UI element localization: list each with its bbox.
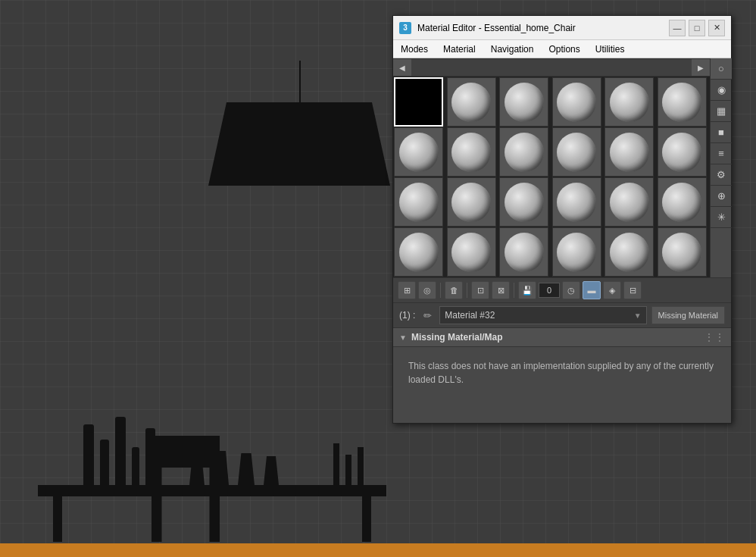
material-sphere-1 <box>451 83 491 122</box>
minimize-button[interactable]: — <box>669 20 686 36</box>
material-slot-10[interactable] <box>604 127 654 177</box>
eyedropper-button[interactable]: ✏ <box>420 308 435 323</box>
window-title: Material Editor - Essential_home_Chair <box>417 23 669 33</box>
scroll-left-button[interactable]: ◀ <box>393 59 411 76</box>
material-slot-20[interactable] <box>499 227 548 277</box>
material-slot-7[interactable] <box>447 127 496 177</box>
material-sphere-5 <box>662 83 701 122</box>
app-icon: 3 <box>399 22 411 34</box>
mm-description-text: This class does not have an implementati… <box>408 359 716 386</box>
separator-2 <box>467 283 467 298</box>
material-slot-16[interactable] <box>604 177 654 227</box>
material-sphere-16 <box>610 183 649 222</box>
settings-side-button[interactable]: ⚙ <box>711 164 732 186</box>
material-sphere-3 <box>557 83 596 122</box>
tool-btn-save[interactable]: 💾 <box>518 281 536 299</box>
list-view-button[interactable]: ≡ <box>711 143 732 164</box>
tool-btn-active[interactable]: ▬ <box>583 281 601 299</box>
material-sphere-4 <box>610 83 649 122</box>
flat-view-button[interactable]: ■ <box>711 122 732 143</box>
material-sphere-19 <box>451 233 491 272</box>
material-sphere-11 <box>662 133 701 172</box>
material-slot-11[interactable] <box>658 127 707 177</box>
material-slot-1[interactable] <box>447 77 496 127</box>
material-name: Material #32 <box>445 310 495 321</box>
scroll-right-button[interactable]: ▶ <box>692 59 710 76</box>
material-sphere-21 <box>557 233 596 272</box>
material-slot-5[interactable] <box>658 77 707 127</box>
material-slot-2[interactable] <box>499 77 548 127</box>
checker-button[interactable]: ▦ <box>711 101 732 122</box>
material-label: (1) : <box>399 310 415 321</box>
material-slots-grid <box>393 77 710 277</box>
material-sphere-20 <box>505 233 544 272</box>
material-slot-18[interactable] <box>394 227 443 277</box>
tool-number-display: 0 <box>539 283 560 298</box>
material-slot-13[interactable] <box>447 177 496 227</box>
material-sphere-12 <box>399 183 439 222</box>
separator-3 <box>514 283 514 298</box>
mm-panel-dots-icon: ⋮⋮ <box>704 331 725 343</box>
material-slot-15[interactable] <box>552 177 601 227</box>
material-sphere-18 <box>399 233 439 272</box>
material-slot-19[interactable] <box>447 227 496 277</box>
material-slot-8[interactable] <box>499 127 548 177</box>
material-sphere-8 <box>505 133 544 172</box>
material-slot-14[interactable] <box>499 177 548 227</box>
separator-1 <box>440 283 441 298</box>
material-slot-23[interactable] <box>658 227 707 277</box>
material-slot-6[interactable] <box>394 127 443 177</box>
restore-button[interactable]: □ <box>689 20 705 36</box>
material-slot-3[interactable] <box>552 77 601 127</box>
crosshair-button[interactable]: ⊕ <box>711 186 732 207</box>
missing-material-button[interactable]: Missing Material <box>651 306 725 324</box>
mm-panel-body: This class does not have an implementati… <box>393 347 731 423</box>
table-scene <box>38 330 386 542</box>
tool-btn-6[interactable]: ◷ <box>562 281 580 299</box>
menu-navigation[interactable]: Navigation <box>483 40 542 58</box>
tool-btn-2[interactable]: ◎ <box>418 281 436 299</box>
menu-modes[interactable]: Modes <box>393 40 436 58</box>
material-slot-4[interactable] <box>604 77 654 127</box>
material-sphere-button[interactable]: ◉ <box>711 80 732 101</box>
mm-panel-header[interactable]: ▼ Missing Material/Map ⋮⋮ <box>393 327 731 347</box>
slots-container: ◀ ▶ ○ ◉ ▦ ■ ≡ ⚙ ⊕ ✳ <box>393 58 731 277</box>
title-bar: 3 Material Editor - Essential_home_Chair… <box>393 16 731 40</box>
tool-btn-7[interactable]: ◈ <box>603 281 621 299</box>
scroll-arrows: ◀ ▶ <box>393 58 710 77</box>
material-slot-12[interactable] <box>394 177 443 227</box>
missing-material-panel: ▼ Missing Material/Map ⋮⋮ This class doe… <box>393 327 731 423</box>
menu-utilities[interactable]: Utilities <box>588 40 633 58</box>
tool-btn-5[interactable]: ⊠ <box>492 281 510 299</box>
close-button[interactable]: ✕ <box>708 20 725 36</box>
menu-options[interactable]: Options <box>541 40 587 58</box>
mm-panel-title: Missing Material/Map <box>411 332 704 343</box>
material-sphere-14 <box>505 183 544 222</box>
material-sphere-17 <box>662 183 701 222</box>
bottom-status-bar <box>0 543 756 557</box>
bottom-toolbar: ⊞ ◎ 🗑 ⊡ ⊠ 💾 0 ◷ ▬ ◈ ⊟ <box>393 277 731 303</box>
asterisk-button[interactable]: ✳ <box>711 207 732 228</box>
mm-collapse-arrow-icon: ▼ <box>399 333 407 342</box>
material-sphere-22 <box>610 233 649 272</box>
material-slot-0[interactable] <box>394 77 443 127</box>
material-dropdown[interactable]: Material #32 ▼ <box>439 306 646 324</box>
material-slot-21[interactable] <box>552 227 601 277</box>
material-selector-row: (1) : ✏ Material #32 ▼ Missing Material <box>393 303 731 327</box>
material-sphere-15 <box>557 183 596 222</box>
menu-material[interactable]: Material <box>436 40 483 58</box>
material-sphere-23 <box>662 233 701 272</box>
material-sphere-10 <box>610 133 649 172</box>
sphere-view-button[interactable]: ○ <box>711 58 732 80</box>
tool-btn-8[interactable]: ⊟ <box>623 281 642 299</box>
material-sphere-13 <box>451 183 491 222</box>
material-slot-17[interactable] <box>658 177 707 227</box>
material-slot-22[interactable] <box>604 227 654 277</box>
tool-btn-1[interactable]: ⊞ <box>398 281 416 299</box>
material-editor-window: 3 Material Editor - Essential_home_Chair… <box>392 15 732 424</box>
tool-btn-4[interactable]: ⊡ <box>471 281 489 299</box>
window-controls: — □ ✕ <box>669 20 725 36</box>
material-sphere-7 <box>451 133 491 172</box>
tool-btn-3[interactable]: 🗑 <box>445 281 463 299</box>
material-slot-9[interactable] <box>552 127 601 177</box>
